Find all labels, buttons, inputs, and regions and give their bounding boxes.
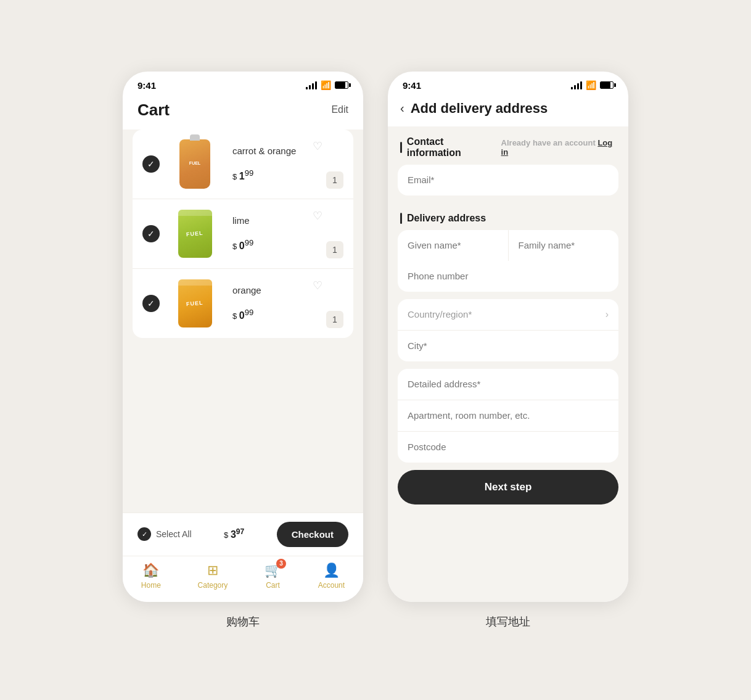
addr-header: ‹ Add delivery address xyxy=(388,96,628,126)
account-icon: 👤 xyxy=(323,562,340,579)
family-name-input[interactable] xyxy=(519,240,609,250)
select-all-check[interactable]: ✓ xyxy=(137,527,151,541)
addr-body: Contact information Already have an acco… xyxy=(388,126,628,602)
postcode-field[interactable] xyxy=(398,432,618,463)
phone-field[interactable] xyxy=(398,261,618,292)
address-screen-label: 填写地址 xyxy=(486,614,530,629)
cart-badge-wrap: 🛒 3 xyxy=(265,562,281,579)
nav-cart-label: Cart xyxy=(266,581,280,590)
address-phone: 9:41 📶 ‹ Add delivery ad xyxy=(388,72,628,602)
item-name-lime: lime xyxy=(232,215,343,226)
section-bar-delivery xyxy=(400,213,402,224)
country-placeholder: Country/region* xyxy=(408,309,472,319)
postcode-input[interactable] xyxy=(408,442,609,452)
address-detail-card xyxy=(398,369,618,463)
item-dollar-orange: $ xyxy=(232,311,239,321)
item-price-cents-lime: 99 xyxy=(245,238,253,247)
signal-icon xyxy=(306,81,317,89)
cart-screen-label: 购物车 xyxy=(226,614,260,629)
section-bar-contact xyxy=(400,142,402,153)
bottom-nav: 🏠 Home ⊞ Category 🛒 3 Cart 👤 Account xyxy=(123,556,363,602)
cart-badge: 3 xyxy=(276,559,286,569)
item-price-main-orange: 0 xyxy=(239,310,245,321)
battery-icon xyxy=(335,81,348,89)
cart-total: $ 397 xyxy=(224,527,244,540)
cart-item: ✓ FUEL orange $ 099 ♡ xyxy=(133,269,353,338)
cart-status-icons: 📶 xyxy=(306,80,348,90)
category-icon: ⊞ xyxy=(207,562,218,579)
cart-item: ✓ FUEL lime $ 099 ♡ xyxy=(133,199,353,269)
nav-home-label: Home xyxy=(141,581,161,590)
detailed-address-field[interactable] xyxy=(398,369,618,400)
cart-title: Cart xyxy=(137,101,170,120)
select-all-row: ✓ Select All xyxy=(137,527,192,541)
cart-time: 9:41 xyxy=(137,80,156,91)
chevron-right-icon: › xyxy=(605,309,609,320)
item-check-lime[interactable]: ✓ xyxy=(142,225,160,242)
item-dollar-carrot: $ xyxy=(232,172,239,181)
cart-item: ✓ FUEL carrot & orange $ 199 ♡ xyxy=(133,130,353,199)
given-name-input[interactable] xyxy=(408,240,498,250)
heart-icon-orange[interactable]: ♡ xyxy=(313,279,322,292)
item-check-orange[interactable]: ✓ xyxy=(142,295,160,312)
cart-header: Cart Edit xyxy=(123,96,363,130)
item-image-carrot: FUEL xyxy=(167,139,223,189)
cart-phone: 9:41 📶 Cart Edit xyxy=(123,72,363,602)
wifi-icon: 📶 xyxy=(321,80,331,90)
detailed-address-input[interactable] xyxy=(408,379,609,389)
email-field[interactable] xyxy=(398,165,618,196)
checkout-button[interactable]: Checkout xyxy=(277,522,348,547)
item-qty-orange[interactable]: 1 xyxy=(326,311,343,328)
heart-icon-lime[interactable]: ♡ xyxy=(313,209,322,223)
item-image-orange: FUEL xyxy=(167,279,223,328)
location-card: Country/region* › xyxy=(398,299,618,361)
item-qty-lime[interactable]: 1 xyxy=(326,241,343,258)
item-name-carrot: carrot & orange xyxy=(232,146,343,156)
contact-section-label: Contact information xyxy=(407,136,496,159)
nav-account-label: Account xyxy=(318,581,345,590)
nav-home[interactable]: 🏠 Home xyxy=(141,562,161,590)
apartment-input[interactable] xyxy=(408,410,609,421)
cart-items-area: ✓ FUEL carrot & orange $ 199 ♡ xyxy=(123,130,363,513)
phone-input[interactable] xyxy=(408,271,609,281)
cart-items-list: ✓ FUEL carrot & orange $ 199 ♡ xyxy=(133,130,353,338)
family-name-field[interactable] xyxy=(509,230,619,261)
given-name-field[interactable] xyxy=(398,230,509,261)
next-step-button[interactable]: Next step xyxy=(398,470,618,504)
heart-icon-carrot[interactable]: ♡ xyxy=(313,139,322,153)
cart-edit-button[interactable]: Edit xyxy=(331,104,348,115)
home-icon: 🏠 xyxy=(142,562,159,579)
email-input[interactable] xyxy=(408,175,609,185)
addr-status-icons: 📶 xyxy=(571,80,614,90)
addr-page-title: Add delivery address xyxy=(411,101,548,117)
name-phone-card xyxy=(398,230,618,292)
select-all-label: Select All xyxy=(156,529,192,539)
item-price-main-lime: 0 xyxy=(239,241,245,251)
item-image-lime: FUEL xyxy=(167,209,223,258)
city-field[interactable] xyxy=(398,331,618,361)
addr-wifi-icon: 📶 xyxy=(586,80,596,90)
login-prompt: Already have an account Log in xyxy=(501,138,616,157)
item-qty-carrot[interactable]: 1 xyxy=(326,171,343,189)
addr-battery-icon xyxy=(600,81,614,89)
item-name-orange: orange xyxy=(232,285,343,295)
country-field[interactable]: Country/region* › xyxy=(398,299,618,331)
nav-cart[interactable]: 🛒 3 Cart xyxy=(265,562,281,590)
cart-status-bar: 9:41 📶 xyxy=(123,72,363,96)
item-price-cents-orange: 99 xyxy=(245,308,253,317)
delivery-section-header: Delivery address xyxy=(388,203,628,230)
apartment-field[interactable] xyxy=(398,400,618,432)
nav-account[interactable]: 👤 Account xyxy=(318,562,345,590)
name-row xyxy=(398,230,618,261)
back-button[interactable]: ‹ xyxy=(400,101,404,115)
delivery-section-label: Delivery address xyxy=(407,213,486,224)
addr-status-bar: 9:41 📶 xyxy=(388,72,628,96)
cart-footer: ✓ Select All $ 397 Checkout xyxy=(123,513,363,556)
email-card xyxy=(398,165,618,196)
city-input[interactable] xyxy=(408,340,609,351)
item-check-carrot[interactable]: ✓ xyxy=(142,155,160,173)
addr-time: 9:41 xyxy=(403,80,421,91)
item-dollar-lime: $ xyxy=(232,242,239,251)
nav-category[interactable]: ⊞ Category xyxy=(198,562,228,590)
item-price-cents-carrot: 99 xyxy=(245,168,253,178)
